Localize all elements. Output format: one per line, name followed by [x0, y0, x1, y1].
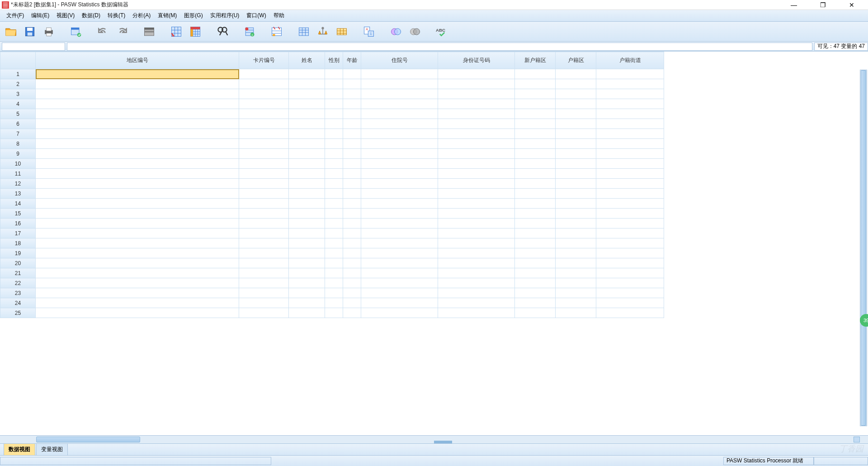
cell-r19-c6[interactable]: [438, 248, 515, 258]
cell-r8-c5[interactable]: [361, 139, 438, 149]
row-header-19[interactable]: 19: [0, 248, 36, 258]
cell-r25-c6[interactable]: [438, 308, 515, 318]
cell-r18-c0[interactable]: [36, 238, 239, 248]
cell-r15-c5[interactable]: [361, 209, 438, 219]
row-header-4[interactable]: 4: [0, 99, 36, 109]
cell-r14-c5[interactable]: [361, 199, 438, 209]
cell-r7-c7[interactable]: [515, 129, 556, 139]
column-header-2[interactable]: 姓名: [289, 52, 325, 69]
cell-r25-c0[interactable]: [36, 308, 239, 318]
cell-r6-c9[interactable]: [596, 119, 664, 129]
scroll-right-arrow[interactable]: [854, 437, 860, 442]
cell-r3-c7[interactable]: [515, 89, 556, 99]
cell-r23-c9[interactable]: [596, 288, 664, 298]
cell-r8-c7[interactable]: [515, 139, 556, 149]
cell-r9-c1[interactable]: [239, 149, 289, 159]
cell-r22-c2[interactable]: [289, 278, 325, 288]
cell-r20-c4[interactable]: [343, 258, 361, 268]
cell-r22-c6[interactable]: [438, 278, 515, 288]
column-header-6[interactable]: 身份证号码: [438, 52, 515, 69]
cell-r19-c0[interactable]: [36, 248, 239, 258]
cell-r18-c1[interactable]: [239, 238, 289, 248]
cell-r25-c8[interactable]: [556, 308, 596, 318]
weight-cases-button[interactable]: [316, 24, 330, 39]
column-header-9[interactable]: 户籍街道: [596, 52, 664, 69]
cell-r15-c3[interactable]: [325, 209, 343, 219]
cell-r10-c0[interactable]: [36, 159, 239, 169]
cell-r2-c6[interactable]: [438, 79, 515, 89]
cell-r9-c2[interactable]: [289, 149, 325, 159]
cell-r15-c0[interactable]: [36, 209, 239, 219]
cell-r19-c5[interactable]: [361, 248, 438, 258]
value-labels-button[interactable]: [335, 24, 349, 39]
select-cases-button[interactable]: [297, 24, 311, 39]
cell-r18-c9[interactable]: [596, 238, 664, 248]
cell-r13-c4[interactable]: [343, 189, 361, 199]
cell-r11-c2[interactable]: [289, 169, 325, 179]
cell-r1-c3[interactable]: [325, 69, 343, 79]
split-file-button[interactable]: [269, 24, 284, 39]
cell-r7-c3[interactable]: [325, 129, 343, 139]
cell-r10-c5[interactable]: [361, 159, 438, 169]
cell-r4-c6[interactable]: [438, 99, 515, 109]
cell-r2-c8[interactable]: [556, 79, 596, 89]
cell-r12-c1[interactable]: [239, 179, 289, 189]
cell-r8-c2[interactable]: [289, 139, 325, 149]
spell-check-button[interactable]: ABC: [435, 24, 449, 39]
column-header-5[interactable]: 住院号: [361, 52, 438, 69]
cell-r1-c7[interactable]: [515, 69, 556, 79]
cell-r5-c2[interactable]: [289, 109, 325, 119]
cell-r14-c8[interactable]: [556, 199, 596, 209]
cell-r14-c3[interactable]: [325, 199, 343, 209]
cell-r21-c5[interactable]: [361, 268, 438, 278]
cell-r16-c5[interactable]: [361, 219, 438, 228]
cell-r11-c3[interactable]: [325, 169, 343, 179]
cell-r22-c0[interactable]: [36, 278, 239, 288]
cell-r10-c9[interactable]: [596, 159, 664, 169]
cell-r10-c7[interactable]: [515, 159, 556, 169]
cell-r8-c3[interactable]: [325, 139, 343, 149]
cell-r6-c7[interactable]: [515, 119, 556, 129]
cell-r7-c4[interactable]: [343, 129, 361, 139]
insert-case-button[interactable]: +: [242, 24, 257, 39]
undo-button[interactable]: [96, 24, 110, 39]
menu-8[interactable]: 实用程序(U): [207, 10, 243, 21]
cell-r25-c7[interactable]: [515, 308, 556, 318]
cell-r2-c9[interactable]: [596, 79, 664, 89]
cell-r13-c1[interactable]: [239, 189, 289, 199]
cell-r21-c3[interactable]: [325, 268, 343, 278]
tab-variable-view[interactable]: 变量视图: [36, 443, 68, 455]
cell-r18-c6[interactable]: [438, 238, 515, 248]
cell-r17-c8[interactable]: [556, 228, 596, 238]
row-header-18[interactable]: 18: [0, 238, 36, 248]
cell-r3-c3[interactable]: [325, 89, 343, 99]
cell-r18-c5[interactable]: [361, 238, 438, 248]
cell-r13-c3[interactable]: [325, 189, 343, 199]
cell-r22-c4[interactable]: [343, 278, 361, 288]
cell-r23-c6[interactable]: [438, 288, 515, 298]
cell-r20-c6[interactable]: [438, 258, 515, 268]
cell-r1-c5[interactable]: [361, 69, 438, 79]
cell-r21-c8[interactable]: [556, 268, 596, 278]
cell-r6-c1[interactable]: [239, 119, 289, 129]
cell-r16-c3[interactable]: [325, 219, 343, 228]
cell-r1-c1[interactable]: [239, 69, 289, 79]
cell-r16-c9[interactable]: [596, 219, 664, 228]
cell-r20-c9[interactable]: [596, 258, 664, 268]
cell-r9-c4[interactable]: [343, 149, 361, 159]
row-header-21[interactable]: 21: [0, 268, 36, 278]
cell-r3-c0[interactable]: [36, 89, 239, 99]
cell-r24-c1[interactable]: [239, 298, 289, 308]
cell-r12-c0[interactable]: [36, 179, 239, 189]
cell-r14-c2[interactable]: [289, 199, 325, 209]
cell-r18-c2[interactable]: [289, 238, 325, 248]
row-header-23[interactable]: 23: [0, 288, 36, 298]
menu-9[interactable]: 窗口(W): [243, 10, 269, 21]
cell-r13-c9[interactable]: [596, 189, 664, 199]
cell-r10-c3[interactable]: [325, 159, 343, 169]
cell-r21-c2[interactable]: [289, 268, 325, 278]
cell-r17-c2[interactable]: [289, 228, 325, 238]
cell-r2-c3[interactable]: [325, 79, 343, 89]
cell-r9-c6[interactable]: [438, 149, 515, 159]
cell-r17-c0[interactable]: [36, 228, 239, 238]
